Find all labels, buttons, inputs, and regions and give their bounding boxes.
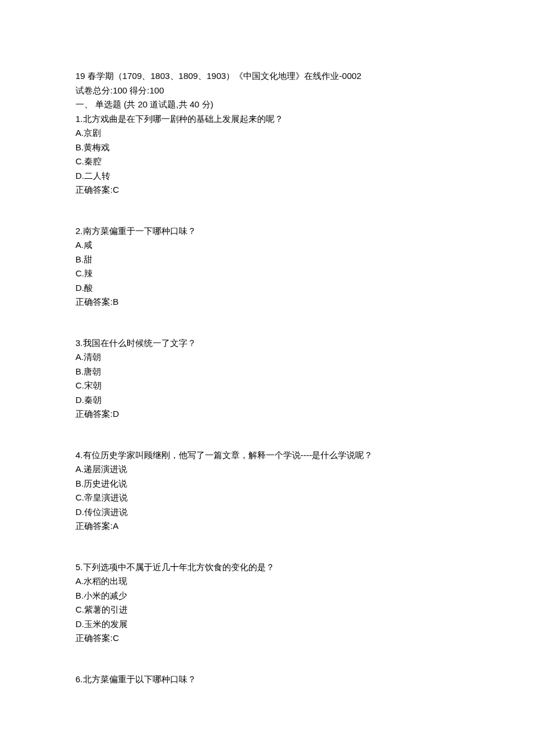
question-option: C.紫薯的引进	[75, 603, 459, 617]
question-text: 2.南方菜偏重于一下哪种口味？	[75, 225, 459, 238]
question-text: 3.我国在什么时候统一了文字？	[75, 337, 459, 350]
correct-answer: 正确答案:B	[75, 296, 459, 309]
questions-container: 1.北方戏曲是在下列哪一剧种的基础上发展起来的呢？A.京剧B.黄梅戏C.秦腔D.…	[75, 113, 459, 686]
question-text: 1.北方戏曲是在下列哪一剧种的基础上发展起来的呢？	[75, 113, 459, 126]
question-block: 2.南方菜偏重于一下哪种口味？A.咸B.甜C.辣D.酸正确答案:B	[75, 225, 459, 309]
question-option: B.黄梅戏	[75, 141, 459, 154]
question-text: 5.下列选项中不属于近几十年北方饮食的变化的是？	[75, 561, 459, 574]
question-option: B.唐朝	[75, 365, 459, 379]
correct-answer: 正确答案:C	[75, 183, 459, 197]
question-option: B.小米的减少	[75, 589, 459, 603]
question-option: C.宋朝	[75, 379, 459, 393]
correct-answer: 正确答案:A	[75, 520, 459, 533]
section-heading: 一、 单选题 (共 20 道试题,共 40 分)	[75, 98, 459, 111]
exam-title: 19 春学期（1709、1803、1809、1903）《中国文化地理》在线作业-…	[75, 70, 459, 83]
question-block: 6.北方菜偏重于以下哪种口味？	[75, 673, 459, 686]
question-option: B.甜	[75, 253, 459, 267]
question-option: A.咸	[75, 239, 459, 252]
exam-score-line: 试卷总分:100 得分:100	[75, 84, 459, 98]
question-option: B.历史进化说	[75, 477, 459, 491]
question-text: 4.有位历史学家叫顾继刚，他写了一篇文章，解释一个学说----是什么学说呢？	[75, 449, 459, 462]
correct-answer: 正确答案:C	[75, 632, 459, 645]
question-option: D.二人转	[75, 170, 459, 183]
question-option: C.秦腔	[75, 155, 459, 168]
question-option: A.京剧	[75, 127, 459, 140]
question-text: 6.北方菜偏重于以下哪种口味？	[75, 673, 459, 686]
question-block: 3.我国在什么时候统一了文字？A.清朝B.唐朝C.宋朝D.秦朝正确答案:D	[75, 337, 459, 421]
question-option: A.水稻的出现	[75, 575, 459, 588]
question-option: A.清朝	[75, 351, 459, 364]
question-option: C.帝皇演进说	[75, 491, 459, 505]
question-block: 1.北方戏曲是在下列哪一剧种的基础上发展起来的呢？A.京剧B.黄梅戏C.秦腔D.…	[75, 113, 459, 197]
question-option: D.传位演进说	[75, 506, 459, 519]
question-option: D.酸	[75, 282, 459, 295]
question-option: D.玉米的发展	[75, 618, 459, 631]
question-option: A.递层演进说	[75, 463, 459, 476]
question-option: D.秦朝	[75, 394, 459, 407]
question-block: 5.下列选项中不属于近几十年北方饮食的变化的是？A.水稻的出现B.小米的减少C.…	[75, 561, 459, 645]
question-option: C.辣	[75, 267, 459, 280]
correct-answer: 正确答案:D	[75, 408, 459, 421]
question-block: 4.有位历史学家叫顾继刚，他写了一篇文章，解释一个学说----是什么学说呢？A.…	[75, 449, 459, 533]
